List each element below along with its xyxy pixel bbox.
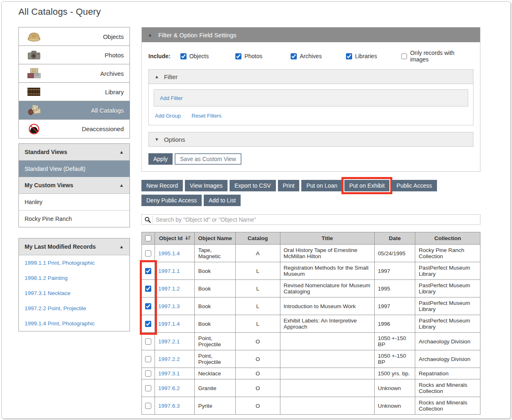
last-modified-header[interactable]: My Last Modified Records ▲ — [19, 238, 130, 255]
collapse-down-icon: ▼ — [155, 137, 159, 142]
object-id-link[interactable]: 1997.1.1 — [158, 268, 180, 274]
put-on-loan-button[interactable]: Put on Loan — [301, 180, 342, 191]
collection-cell: PastPerfect Museum Library — [415, 297, 480, 315]
include-checkbox[interactable] — [291, 53, 297, 59]
object-id-link[interactable]: 1997.1.2 — [158, 286, 180, 292]
sidebar-item-deaccessioned[interactable]: Deaccessioned — [19, 120, 130, 138]
library-icon — [26, 86, 43, 98]
sidebar-item-archives[interactable]: Archives — [19, 64, 130, 83]
view-images-button[interactable]: View Images — [185, 180, 228, 191]
add-group-link[interactable]: Add Group — [155, 113, 181, 119]
object-id-link[interactable]: 1997.1.4 — [158, 321, 180, 327]
include-checkbox[interactable] — [180, 53, 187, 59]
print-button[interactable]: Print — [278, 180, 300, 191]
filter-section: ▲ Filter Add Filter Add Group Reset Filt… — [148, 69, 473, 125]
row-checkbox[interactable] — [145, 250, 151, 257]
row-checkbox[interactable] — [145, 321, 151, 327]
save-as-custom-view-button[interactable]: Save as Custom View — [175, 153, 241, 165]
filter-section-header[interactable]: ▲ Filter — [149, 70, 473, 84]
my-custom-views-header[interactable]: My Custom Views ▲ — [19, 177, 130, 194]
last-modified-record-link[interactable]: 1997.2.2 Point, Projectile — [19, 301, 130, 316]
export-to-csv-button[interactable]: Export to CSV — [230, 180, 276, 191]
filter-option-panel-header[interactable]: ▲ Filter & Option Field Settings — [142, 27, 480, 42]
object-id-link[interactable]: 1997.6.3 — [158, 403, 180, 409]
object-name-cell: Book — [195, 280, 235, 297]
public-access-button[interactable]: Public Access — [391, 180, 437, 191]
sidebar: Objects Photos Archives Library All Cata… — [18, 27, 130, 420]
view-item-hanley[interactable]: Hanley — [19, 194, 130, 211]
select-all-checkbox[interactable] — [145, 235, 151, 241]
include-options: Objects Photos Archives Libraries Only r… — [180, 50, 473, 63]
include-option-photos[interactable]: Photos — [235, 50, 291, 63]
include-option-libraries[interactable]: Libraries — [346, 50, 401, 63]
last-modified-header-label: My Last Modified Records — [25, 243, 96, 250]
include-option-objects[interactable]: Objects — [180, 50, 236, 63]
object-id-link[interactable]: 1995.1.4 — [158, 250, 180, 257]
catalog-cell: O — [235, 379, 280, 397]
date-cell: Unknown — [374, 397, 415, 415]
object-id-link[interactable]: 1997.1.3 — [158, 303, 180, 309]
last-modified-record-link[interactable]: 1999.1.1 Print, Photographic — [19, 255, 130, 270]
date-cell: 05/24/1995 — [374, 245, 415, 262]
date-cell: 1997 — [374, 262, 415, 280]
view-item-standard-view-default[interactable]: Standard View (Default) — [19, 161, 130, 177]
row-checkbox[interactable] — [145, 268, 151, 274]
include-checkbox[interactable] — [401, 53, 407, 59]
column-header-title[interactable]: Title — [280, 232, 374, 245]
all-catalogs-icon — [26, 104, 43, 116]
filter-option-panel: ▲ Filter & Option Field Settings Include… — [141, 27, 480, 172]
last-modified-box: My Last Modified Records ▲ 1999.1.1 Prin… — [18, 238, 130, 331]
date-cell: 1050 +-150 BP — [374, 333, 415, 350]
last-modified-record-link[interactable]: 1999.1.4 Print, Photographic — [19, 316, 130, 331]
view-item-rocky-pine-ranch[interactable]: Rocky Pine Ranch — [19, 211, 130, 227]
object-id-link[interactable]: 1997.2.2 — [158, 356, 180, 362]
column-header-catalog[interactable]: Catalog — [235, 232, 280, 245]
include-checkbox[interactable] — [235, 53, 241, 59]
options-section-header[interactable]: ▼ Options — [149, 132, 473, 146]
add-to-list-button[interactable]: Add to List — [204, 195, 241, 206]
row-checkbox[interactable] — [145, 338, 151, 345]
object-id-link[interactable]: 1997.6.2 — [158, 385, 180, 391]
sidebar-item-library[interactable]: Library — [19, 83, 130, 101]
add-filter-link[interactable]: Add Filter — [160, 95, 183, 101]
row-checkbox[interactable] — [145, 370, 151, 377]
row-checkbox[interactable] — [145, 303, 151, 309]
deny-public-access-button[interactable]: Deny Public Access — [141, 195, 202, 206]
objects-icon — [26, 30, 43, 43]
include-option-archives[interactable]: Archives — [291, 50, 346, 63]
put-on-exhibit-button[interactable]: Put on Exhibit — [344, 180, 389, 191]
standard-views-header-label: Standard Views — [25, 149, 67, 155]
row-checkbox[interactable] — [145, 356, 151, 362]
column-header-object-name[interactable]: Object Name — [195, 232, 235, 245]
column-header-date[interactable]: Date — [374, 232, 415, 245]
collection-cell: Archaeology Division — [415, 333, 480, 350]
object-id-link[interactable]: 1997.3.1 — [158, 370, 180, 377]
row-checkbox[interactable] — [145, 403, 151, 409]
search-input[interactable] — [141, 214, 480, 225]
last-modified-record-link[interactable]: 1997.3.1 Necklace — [19, 286, 130, 301]
sidebar-item-photos[interactable]: Photos — [19, 46, 130, 64]
sidebar-item-all-catalogs[interactable]: All Catalogs — [19, 101, 130, 120]
include-option-label: Libraries — [355, 53, 377, 59]
object-name-cell: Book — [195, 262, 235, 280]
object-id-link[interactable]: 1997.2.1 — [158, 338, 180, 345]
row-checkbox[interactable] — [145, 286, 151, 292]
last-modified-record-link[interactable]: 1998.1.2 Painting — [19, 270, 130, 286]
sidebar-item-objects[interactable]: Objects — [19, 27, 130, 46]
standard-views-header[interactable]: Standard Views ▲ — [19, 144, 130, 161]
sidebar-item-label: Archives — [43, 70, 124, 77]
include-option-only-records-with-images[interactable]: Only records with images — [401, 50, 473, 63]
column-header-object-id[interactable]: Object Id — [155, 232, 195, 245]
collection-cell: Rocky Pine Ranch Collection — [415, 245, 480, 262]
date-cell: 1997 — [374, 297, 415, 315]
row-checkbox[interactable] — [145, 385, 151, 391]
include-option-label: Only records with images — [410, 50, 473, 63]
new-record-button[interactable]: New Record — [141, 180, 183, 191]
collection-cell: Archaeology Division — [415, 350, 480, 368]
include-checkbox[interactable] — [346, 53, 352, 59]
apply-button[interactable]: Apply — [148, 153, 173, 165]
filter-option-panel-title: Filter & Option Field Settings — [158, 32, 237, 39]
reset-filters-link[interactable]: Reset Filters — [191, 113, 221, 119]
date-cell: 1996 — [374, 315, 415, 333]
column-header-collection[interactable]: Collection — [415, 232, 480, 245]
